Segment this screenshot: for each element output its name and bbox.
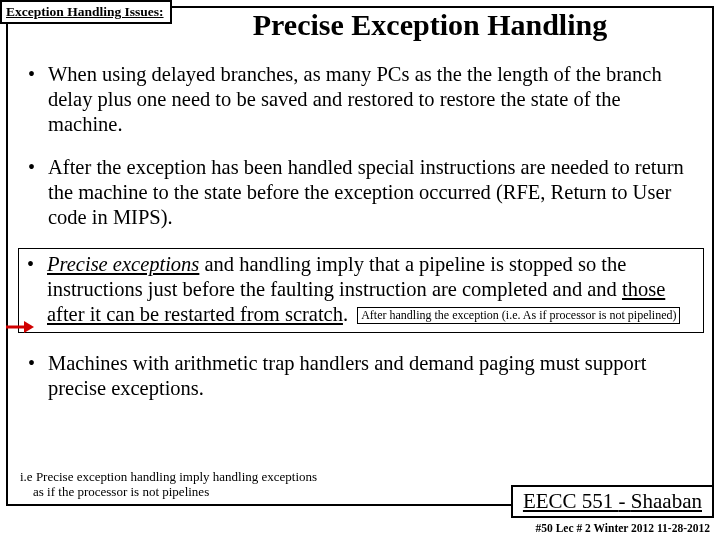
topic-tag: Exception Handling Issues:	[0, 0, 172, 24]
bullet3-tail: .	[343, 303, 348, 325]
footnote-line1: i.e Precise exception handling imply han…	[20, 469, 317, 484]
footnote: i.e Precise exception handling imply han…	[20, 470, 360, 500]
bullet-dot: •	[23, 252, 47, 276]
footer-author: Shaaban	[631, 489, 702, 513]
bullet-dot: •	[24, 62, 48, 86]
bullet-text: After the exception has been handled spe…	[48, 155, 700, 230]
bullet-text: When using delayed branches, as many PCs…	[48, 62, 700, 137]
inline-note-box: After handling the exception (i.e. As if…	[357, 307, 680, 324]
bullet-1: • When using delayed branches, as many P…	[24, 62, 700, 137]
bullet-3-boxed: • Precise exceptions and handling imply …	[18, 248, 704, 333]
footer-course: EECC 551	[523, 489, 619, 513]
svg-marker-1	[24, 321, 34, 333]
footnote-line2: as if the processor is not pipelines	[33, 484, 209, 499]
bullet-2: • After the exception has been handled s…	[24, 155, 700, 230]
bullet-text: Precise exceptions and handling imply th…	[47, 252, 699, 327]
arrow-icon	[6, 320, 34, 334]
bullet-dot: •	[24, 155, 48, 179]
content-area: • When using delayed branches, as many P…	[24, 62, 700, 419]
footer-dash: -	[619, 489, 631, 513]
footer-meta: #50 Lec # 2 Winter 2012 11-28-2012	[536, 522, 710, 534]
bullet-text: Machines with arithmetic trap handlers a…	[48, 351, 700, 401]
precise-exceptions-term: Precise exceptions	[47, 253, 199, 275]
bullet-dot: •	[24, 351, 48, 375]
footer-course-box: EECC 551 - Shaaban	[511, 485, 714, 518]
bullet-4: • Machines with arithmetic trap handlers…	[24, 351, 700, 401]
